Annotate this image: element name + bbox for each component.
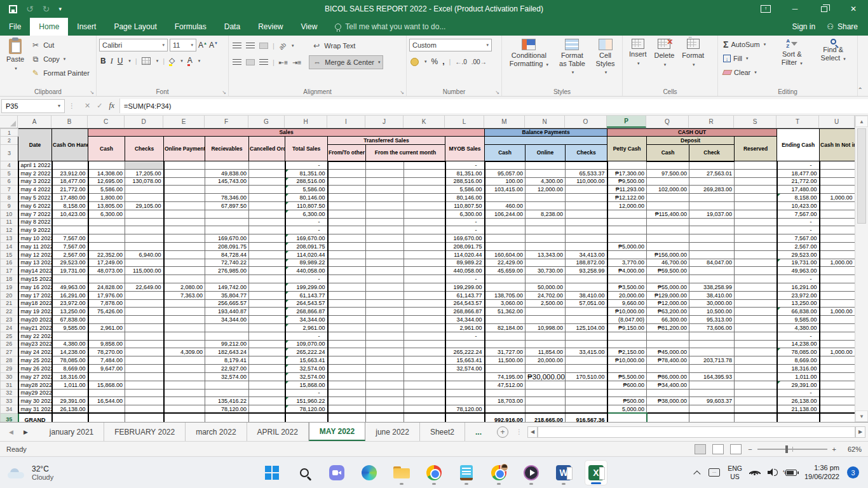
column-header-S[interactable]: S [734, 116, 776, 128]
cell-N9[interactable] [526, 201, 566, 210]
cell-P31[interactable]: ₱600.00 [607, 381, 647, 389]
find-select-button[interactable]: Find & Select ▾ [811, 37, 855, 86]
cell-M16[interactable]: 22,429.00 [485, 259, 526, 267]
cell-G4[interactable] [249, 161, 285, 170]
cell-C11[interactable] [88, 218, 125, 226]
cell-C30[interactable] [88, 372, 125, 381]
cell-S6[interactable] [735, 177, 777, 186]
cell-T6[interactable]: 21,772.00 [777, 177, 820, 186]
header-cell-cash-out[interactable]: CASH OUT [607, 129, 777, 137]
cell-M26[interactable] [485, 340, 526, 348]
column-header-T[interactable]: T [776, 116, 819, 128]
cell-B32[interactable] [52, 389, 88, 397]
cell-J21[interactable] [366, 299, 404, 308]
insert-cells-button[interactable]: Insert▾ [625, 37, 651, 86]
cell-Q28[interactable]: ₱78,400.00 [647, 356, 689, 365]
cell-A9[interactable]: may 6 2022 [18, 201, 52, 210]
cell-B13[interactable]: 7,567.00 [52, 234, 88, 243]
cell-M21[interactable]: 3,060.00 [485, 299, 526, 308]
column-header-B[interactable]: B [51, 116, 88, 128]
sheet-tab-may-2022[interactable]: MAY 2022 [309, 423, 365, 441]
cell-C27[interactable]: 78,270.00 [88, 348, 125, 356]
cell-M32[interactable] [485, 389, 526, 397]
cell-E9[interactable] [164, 201, 205, 210]
cell-R24[interactable]: 73,606.00 [689, 323, 735, 332]
cell-K4[interactable] [404, 161, 445, 170]
cell-E15[interactable] [164, 250, 205, 259]
cell-L30[interactable] [445, 372, 485, 381]
wifi-icon[interactable] [750, 468, 760, 477]
cell-E10[interactable] [164, 210, 205, 218]
column-header-H[interactable]: H [285, 116, 327, 128]
cell-B23[interactable]: 67,838.00 [52, 316, 88, 324]
cell-O7[interactable] [566, 186, 607, 194]
cell-L11[interactable]: - [445, 218, 485, 226]
cell-D12[interactable] [125, 226, 164, 234]
cell-O11[interactable] [566, 218, 607, 226]
cell-I13[interactable] [328, 234, 366, 243]
cell-H20[interactable]: 61,143.77 [285, 291, 328, 299]
cell-I19[interactable] [328, 283, 366, 291]
align-middle-icon[interactable] [246, 43, 255, 49]
cell-Q9[interactable] [647, 201, 689, 210]
cell-D16[interactable] [125, 259, 164, 267]
cell-N29[interactable] [526, 364, 566, 372]
column-header-N[interactable]: N [525, 116, 565, 128]
cell-A14[interactable]: may 11 2022 [18, 242, 52, 250]
cell-U25[interactable] [820, 332, 855, 340]
cell-O27[interactable]: 33,415.00 [566, 348, 607, 356]
cell-F23[interactable]: 34,344.00 [205, 316, 249, 324]
cell-A13[interactable]: may 10 2022 [18, 234, 52, 243]
cell-B28[interactable]: 78,085.00 [52, 356, 88, 365]
row-header-26[interactable]: 26 [1, 340, 18, 348]
cell-S22[interactable] [735, 308, 777, 316]
cell-A5[interactable]: may 2 2022 [18, 169, 52, 177]
cell-L18[interactable]: - [445, 275, 485, 283]
header-cell-recievables[interactable]: Recievables [205, 137, 249, 161]
cell-I35[interactable] [328, 413, 366, 422]
row-header-19[interactable]: 19 [1, 283, 18, 291]
cell-U10[interactable] [820, 210, 855, 218]
cell-C33[interactable]: 16,544.00 [88, 397, 125, 405]
cell-E19[interactable]: 2,080.00 [164, 283, 205, 291]
cell-G34[interactable] [249, 405, 285, 414]
cell-J34[interactable] [366, 405, 404, 414]
sheet-tab-april-2022[interactable]: APRIL 2022 [247, 423, 309, 441]
cell-J28[interactable] [366, 356, 404, 365]
cell-G28[interactable] [249, 356, 285, 365]
cell-A17[interactable]: may14 2022 [18, 267, 52, 275]
cell-C31[interactable]: 15,868.00 [88, 381, 125, 389]
cell-B34[interactable]: 26,138.00 [52, 405, 88, 414]
cell-L26[interactable] [445, 340, 485, 348]
cell-P4[interactable] [607, 161, 647, 170]
cell-A33[interactable]: may 30 2022 [18, 397, 52, 405]
cell-B30[interactable]: 18,316.00 [52, 372, 88, 381]
cell-I7[interactable] [328, 186, 366, 194]
cell-R29[interactable] [689, 364, 735, 372]
cell-K21[interactable] [404, 299, 445, 308]
cell-K7[interactable] [404, 186, 445, 194]
cell-T11[interactable]: - [777, 218, 820, 226]
cell-B24[interactable]: 9,585.00 [52, 323, 88, 332]
cell-B9[interactable]: 8,158.00 [52, 201, 88, 210]
cell-D13[interactable] [125, 234, 164, 243]
cell-M29[interactable] [485, 364, 526, 372]
cell-K32[interactable] [404, 389, 445, 397]
sheet-overflow-label[interactable]: ... [465, 423, 492, 441]
header-cell-cancelled-orders[interactable]: Cancelled Orders [249, 137, 285, 161]
cell-K10[interactable] [404, 210, 445, 218]
cell-Q5[interactable]: 97,500.00 [647, 169, 689, 177]
cell-T14[interactable]: 2,567.00 [777, 242, 820, 250]
cell-B25[interactable] [52, 332, 88, 340]
cell-H35[interactable] [285, 413, 328, 422]
cell-F28[interactable]: 8,179.41 [205, 356, 249, 365]
cell-H14[interactable]: 208,091.75 [285, 242, 328, 250]
row-header-23[interactable]: 23 [1, 316, 18, 324]
cell-Q18[interactable] [647, 275, 689, 283]
cell-R31[interactable] [689, 381, 735, 389]
cell-I27[interactable] [328, 348, 366, 356]
cell-D19[interactable]: 22,649.00 [125, 283, 164, 291]
cell-F15[interactable]: 84,728.44 [205, 250, 249, 259]
cell-J22[interactable] [366, 308, 404, 316]
cell-N17[interactable]: 30,730.00 [526, 267, 566, 275]
